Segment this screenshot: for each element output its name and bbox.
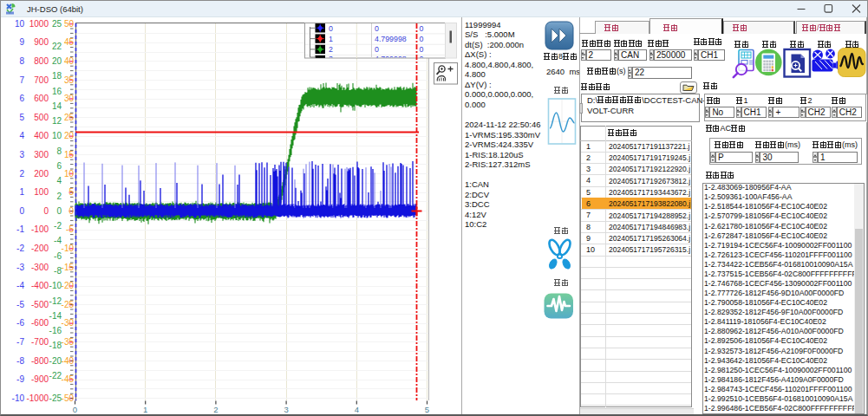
svg-text:0: 0 xyxy=(375,24,379,33)
svg-text:-40: -40 xyxy=(62,356,75,366)
svg-text:5: 5 xyxy=(19,113,24,122)
svg-text:10: 10 xyxy=(15,19,25,29)
svg-text:3: 3 xyxy=(329,55,333,63)
svg-text:-10: -10 xyxy=(49,281,62,290)
svg-text:-2: -2 xyxy=(16,244,24,253)
svg-text:22: 22 xyxy=(52,42,62,51)
svg-text:-15: -15 xyxy=(62,263,75,272)
svg-text:-5: -5 xyxy=(16,300,24,309)
svg-text:2: 2 xyxy=(213,405,218,414)
svg-text:1: 1 xyxy=(329,35,333,43)
svg-text:-6: -6 xyxy=(54,251,62,261)
svg-text:-6: -6 xyxy=(16,318,24,328)
svg-text:-50: -50 xyxy=(62,393,75,403)
svg-text:0: 0 xyxy=(19,206,24,216)
svg-text:-20: -20 xyxy=(49,356,62,366)
svg-text:700: 700 xyxy=(34,75,49,85)
svg-text:7: 7 xyxy=(19,75,24,85)
svg-text:35: 35 xyxy=(64,75,75,85)
svg-text:18: 18 xyxy=(52,71,62,81)
svg-text:-300: -300 xyxy=(31,263,49,272)
svg-text:10: 10 xyxy=(64,169,75,179)
svg-text:0: 0 xyxy=(375,45,379,54)
svg-text:4.799998: 4.799998 xyxy=(375,35,407,43)
svg-text:-4: -4 xyxy=(54,236,62,245)
svg-text:300: 300 xyxy=(34,150,49,159)
svg-text:40: 40 xyxy=(64,56,75,66)
svg-text:45: 45 xyxy=(64,37,75,47)
svg-text:200: 200 xyxy=(34,169,49,179)
svg-text:6: 6 xyxy=(56,161,62,171)
svg-text:-400: -400 xyxy=(31,281,49,290)
svg-text:8: 8 xyxy=(56,146,62,156)
svg-text:-7: -7 xyxy=(16,337,24,347)
svg-text:0: 0 xyxy=(69,206,74,216)
svg-text:-20: -20 xyxy=(62,281,75,290)
svg-text:6: 6 xyxy=(19,94,24,103)
svg-text:5: 5 xyxy=(69,187,74,197)
svg-text:-5: -5 xyxy=(66,224,74,234)
svg-text:2: 2 xyxy=(329,45,333,54)
svg-text:-25: -25 xyxy=(62,300,75,309)
svg-text:-700: -700 xyxy=(31,337,49,347)
svg-text:-8: -8 xyxy=(54,266,62,276)
svg-text:-100: -100 xyxy=(31,224,49,234)
svg-text:4.799998: 4.799998 xyxy=(375,55,407,63)
svg-text:1: 1 xyxy=(143,405,147,414)
svg-text:-900: -900 xyxy=(31,374,49,384)
svg-text:-1: -1 xyxy=(16,224,24,234)
svg-text:0: 0 xyxy=(43,206,49,216)
svg-text:-14: -14 xyxy=(49,311,62,321)
svg-text:8: 8 xyxy=(19,56,24,66)
svg-text:0: 0 xyxy=(56,206,62,216)
svg-text:-16: -16 xyxy=(49,326,62,335)
svg-text:3: 3 xyxy=(19,150,24,159)
svg-text:-8: -8 xyxy=(16,356,24,366)
svg-text:-10: -10 xyxy=(12,393,25,403)
svg-text:-22: -22 xyxy=(49,371,62,380)
svg-text:0: 0 xyxy=(420,35,424,43)
svg-text:900: 900 xyxy=(34,37,49,47)
svg-text:-4: -4 xyxy=(16,281,24,290)
svg-text:25: 25 xyxy=(52,19,62,29)
svg-text:14: 14 xyxy=(52,101,62,111)
svg-text:-1000: -1000 xyxy=(26,393,49,403)
svg-text:25: 25 xyxy=(64,113,75,122)
svg-text:12: 12 xyxy=(52,116,62,126)
svg-text:-9: -9 xyxy=(16,374,24,384)
svg-text:16: 16 xyxy=(52,87,62,96)
svg-text:400: 400 xyxy=(34,131,49,140)
svg-text:0: 0 xyxy=(420,45,424,54)
svg-text:50: 50 xyxy=(64,19,75,29)
svg-text:-200: -200 xyxy=(31,244,49,253)
svg-text:0: 0 xyxy=(73,405,77,414)
svg-text:-18: -18 xyxy=(49,341,62,350)
svg-text:100: 100 xyxy=(34,187,49,197)
svg-text:15: 15 xyxy=(64,150,75,159)
svg-text:2: 2 xyxy=(19,169,24,179)
svg-text:3: 3 xyxy=(284,405,288,414)
svg-text:-2: -2 xyxy=(54,221,62,231)
svg-text:20: 20 xyxy=(52,56,62,66)
svg-text:30: 30 xyxy=(64,94,75,103)
svg-text:10: 10 xyxy=(52,131,62,140)
svg-text:-35: -35 xyxy=(62,337,75,347)
svg-text:-45: -45 xyxy=(62,374,75,384)
svg-text:800: 800 xyxy=(34,56,49,66)
svg-text:600: 600 xyxy=(34,94,49,103)
svg-text:-30: -30 xyxy=(62,318,75,328)
svg-text:1000: 1000 xyxy=(29,19,49,29)
svg-text:4: 4 xyxy=(355,405,359,414)
svg-text:0: 0 xyxy=(329,24,333,33)
svg-text:4: 4 xyxy=(19,131,24,140)
svg-text:500: 500 xyxy=(34,113,49,122)
svg-text:2: 2 xyxy=(56,192,62,201)
svg-text:0: 0 xyxy=(420,55,424,63)
svg-text:-25: -25 xyxy=(49,393,62,403)
svg-text:-500: -500 xyxy=(31,300,49,309)
svg-text:0: 0 xyxy=(420,24,424,33)
svg-text:4: 4 xyxy=(56,176,62,185)
svg-text:20: 20 xyxy=(64,131,75,140)
svg-text:5: 5 xyxy=(425,405,429,414)
svg-text:9: 9 xyxy=(19,37,24,47)
